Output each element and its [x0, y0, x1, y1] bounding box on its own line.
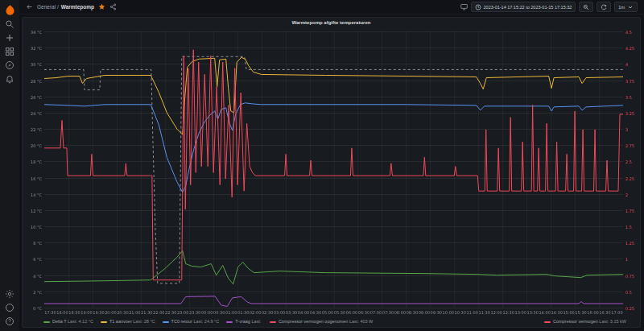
legend-marker-icon: [270, 321, 276, 323]
legend-marker-icon: [226, 321, 233, 323]
bell-icon: [5, 74, 14, 84]
search-icon: [5, 19, 14, 29]
legend-marker-icon: [163, 321, 169, 323]
legend-item[interactable]: Delta T Last: 4.12 °C: [43, 319, 93, 324]
sidebar-item-alerting[interactable]: [2, 72, 17, 85]
gear-icon: [5, 289, 14, 299]
legend-series-name: T1 aanvoer: [109, 319, 132, 324]
topbar-right-controls: 2023-01-14 17:15:22 to 2023-01-15 17:15:…: [460, 2, 638, 12]
breadcrumb-title[interactable]: Warmtepomp: [61, 4, 94, 10]
back-button[interactable]: [26, 3, 33, 10]
legend-last-value: Last:: [250, 319, 262, 324]
legend-last-value: Last: 24.9 °C: [192, 319, 219, 324]
legend-marker-icon: [544, 321, 551, 323]
time-range-label: 2023-01-14 17:15:22 to 2023-01-15 17:15:…: [484, 5, 572, 10]
clock-icon: [475, 4, 481, 10]
legend-item[interactable]: T1 aanvoer Last: 28 °C: [101, 319, 155, 324]
legend-marker-icon: [43, 321, 50, 323]
refresh-interval-dropdown[interactable]: 1m: [614, 2, 638, 12]
main-area: General / Warmtepomp: [19, 0, 644, 331]
legend-series-name: T-vraag: [235, 319, 250, 324]
sidebar-item-configuration[interactable]: [2, 287, 17, 300]
legend-series-name: Delta T: [52, 319, 67, 324]
topbar: General / Warmtepomp: [19, 0, 644, 14]
sidebar: [0, 0, 19, 331]
zoom-out-icon: [583, 4, 589, 10]
refresh-button[interactable]: [597, 2, 611, 12]
legend-last-value: Last: 3.15 kW: [598, 319, 626, 324]
legend-last-value: Last: 403 W: [348, 319, 373, 324]
dashboard-content: Warmtepomp afgifte temperaturen Delta T …: [19, 14, 644, 331]
timeseries-chart[interactable]: [23, 27, 640, 317]
grafana-app: General / Warmtepomp: [0, 0, 644, 331]
chart-legend: Delta T Last: 4.12 °CT1 aanvoer Last: 28…: [23, 317, 640, 327]
legend-series-name: Compressor vermogen: [553, 319, 598, 324]
legend-marker-icon: [101, 321, 107, 323]
legend-last-value: Last: 4.12 °C: [67, 319, 93, 324]
legend-right-group: Compressor vermogen Last: 3.15 kW: [544, 317, 634, 326]
favorite-star-button[interactable]: [98, 3, 105, 10]
sidebar-item-help[interactable]: [2, 314, 17, 328]
share-icon: [109, 3, 117, 10]
compass-icon: [5, 60, 14, 70]
legend-item[interactable]: TC0 retour Last: 24.9 °C: [163, 319, 220, 324]
breadcrumb-folder[interactable]: General /: [37, 4, 59, 10]
panel-title[interactable]: Warmtepomp afgifte temperaturen: [23, 18, 640, 27]
panel-warmtepomp: Warmtepomp afgifte temperaturen Delta T …: [22, 17, 641, 328]
legend-item[interactable]: Compressor vermogen Last: 3.15 kW: [544, 319, 626, 324]
plus-icon: [5, 33, 14, 43]
help-icon: [5, 317, 14, 326]
grafana-flame-icon: [4, 4, 16, 16]
legend-item[interactable]: Compressor vermogen opgenomen Last: 403 …: [270, 319, 373, 324]
zoom-out-button[interactable]: [579, 2, 593, 12]
legend-left-group: Delta T Last: 4.12 °CT1 aanvoer Last: 28…: [43, 317, 380, 326]
sidebar-item-create[interactable]: [2, 31, 17, 44]
share-button[interactable]: [109, 3, 117, 10]
tv-icon: [460, 3, 468, 10]
refresh-icon: [601, 4, 607, 10]
legend-last-value: Last: 28 °C: [132, 319, 155, 324]
grafana-logo[interactable]: [2, 3, 17, 17]
breadcrumb: General / Warmtepomp: [37, 4, 94, 10]
legend-item[interactable]: T-vraag Last:: [226, 319, 262, 324]
sidebar-item-user[interactable]: [2, 300, 17, 314]
user-avatar-icon: [5, 303, 14, 312]
time-range-picker[interactable]: 2023-01-14 17:15:22 to 2023-01-15 17:15:…: [471, 2, 576, 12]
chevron-down-icon: [627, 4, 634, 10]
sidebar-item-dashboards[interactable]: [2, 44, 17, 58]
sidebar-item-search[interactable]: [2, 17, 17, 31]
legend-series-name: TC0 retour: [171, 319, 192, 324]
sidebar-item-explore[interactable]: [2, 58, 17, 72]
refresh-interval-label: 1m: [618, 5, 625, 10]
cycle-view-button[interactable]: [460, 3, 468, 10]
apps-grid-icon: [5, 47, 14, 56]
arrow-left-icon: [26, 3, 33, 10]
legend-series-name: Compressor vermogen opgenomen: [279, 319, 349, 324]
star-icon: [98, 3, 105, 10]
